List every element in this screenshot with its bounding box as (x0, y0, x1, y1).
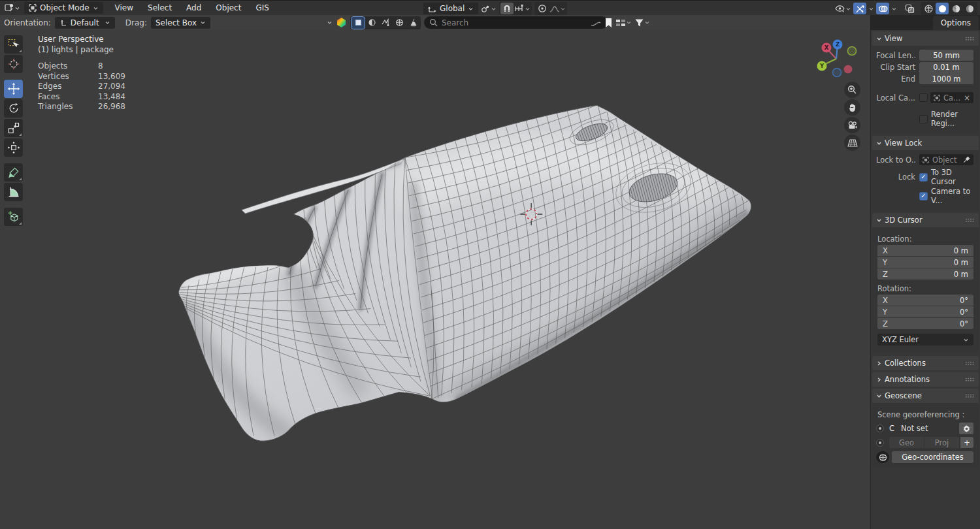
panel-grip[interactable] (965, 377, 975, 381)
eyedropper-icon[interactable] (963, 156, 970, 163)
navigation-gizmo[interactable]: X Z Y (812, 37, 862, 82)
section-collections-header[interactable]: Collections (872, 356, 979, 370)
tool-move[interactable] (4, 80, 23, 98)
cursor-loc-y-field[interactable]: Y0 m (877, 257, 973, 268)
object-type-visibility-button[interactable] (834, 3, 851, 14)
render-region-checkbox[interactable] (919, 115, 928, 123)
focal-length-field[interactable]: 50 mm (919, 50, 973, 61)
cursor-rot-x-field[interactable]: X0° (877, 295, 973, 306)
menu-add[interactable]: Add (180, 1, 208, 15)
overlays-toggle-button[interactable] (876, 3, 889, 14)
spline-icon[interactable] (590, 18, 602, 27)
section-view-lock-header[interactable]: View Lock (872, 136, 979, 150)
section-3d-cursor-header[interactable]: 3D Cursor (872, 213, 979, 227)
mode-dropdown[interactable]: Object Mode (24, 2, 103, 14)
snap-target-button[interactable] (481, 3, 497, 14)
bookmark-icon[interactable] (604, 18, 613, 28)
geo-coordinates-button[interactable]: Geo-coordinates (892, 451, 973, 463)
camera-to-view-checkbox[interactable]: ✓ (919, 192, 928, 200)
panel-grip[interactable] (965, 218, 975, 222)
shading-material-button[interactable] (949, 3, 962, 14)
orientation-default-dropdown[interactable]: Default (55, 17, 115, 29)
chevron-down-icon (963, 337, 969, 343)
snap-with-button[interactable] (514, 3, 531, 14)
tool-transform[interactable] (4, 138, 23, 157)
options-tab[interactable]: Options (933, 16, 979, 30)
tool-annotate[interactable] (4, 163, 23, 182)
chevron-down-icon[interactable] (327, 20, 333, 25)
section-view-header[interactable]: View (872, 31, 979, 46)
local-camera-field[interactable]: Ca... × (930, 92, 973, 103)
globe-tool-button[interactable] (393, 17, 406, 29)
clip-end-field[interactable]: 1000 m (919, 73, 973, 84)
clip-start-field[interactable]: 0.01 m (919, 62, 973, 73)
gizmo-axis-z-neg[interactable] (833, 69, 841, 77)
add-crs-button[interactable]: + (960, 437, 973, 448)
select-mode-lasso-button[interactable] (379, 17, 392, 29)
camera-view-button[interactable] (844, 117, 860, 133)
drag-mode-dropdown[interactable]: Select Box (151, 17, 210, 29)
crs-radio[interactable] (876, 425, 884, 432)
section-annotations-header[interactable]: Annotations (872, 372, 979, 387)
menu-object[interactable]: Object (209, 1, 248, 15)
search-field[interactable] (424, 16, 608, 29)
chevron-down-icon[interactable] (868, 6, 874, 12)
select-mode-circle-button[interactable] (365, 17, 378, 29)
tool-rotate[interactable] (4, 99, 23, 118)
viewport-overlay-text: User Perspective (1) lights | package Ob… (38, 35, 125, 112)
tool-cursor[interactable] (4, 55, 23, 73)
proj-radio[interactable] (876, 439, 884, 447)
cursor-rot-y-field[interactable]: Y0° (877, 306, 973, 317)
snap-toggle-button[interactable] (500, 3, 514, 14)
tool-scale[interactable] (4, 119, 23, 137)
pan-button[interactable] (844, 99, 860, 116)
select-mode-box-button[interactable] (351, 17, 365, 29)
xray-toggle-button[interactable] (903, 3, 916, 14)
menu-gis[interactable]: GIS (249, 1, 275, 15)
cursor-rot-z-field[interactable]: Z0° (877, 318, 973, 329)
xray-icon (905, 4, 915, 14)
transform-orientation-dropdown[interactable]: Global (423, 3, 478, 14)
chevron-down-icon[interactable] (891, 6, 897, 12)
clean-tool-button[interactable] (406, 17, 419, 29)
tool-measure[interactable] (4, 183, 23, 201)
local-camera-checkbox[interactable] (919, 93, 928, 102)
globe-icon (879, 453, 887, 462)
falloff-dropdown[interactable] (549, 3, 566, 14)
shading-rendered-button[interactable] (963, 3, 976, 14)
filter-button[interactable] (634, 17, 650, 29)
display-mode-button[interactable] (615, 17, 632, 29)
zoom-button[interactable] (844, 82, 860, 98)
gizmo-axis-y-neg[interactable] (848, 47, 857, 56)
section-geoscene-header[interactable]: Geoscene (872, 389, 979, 403)
3d-viewport-canvas[interactable] (0, 30, 870, 529)
menu-view[interactable]: View (108, 1, 140, 15)
perspective-toggle-button[interactable] (844, 135, 860, 151)
geo-button[interactable]: Geo (889, 437, 924, 448)
panel-grip[interactable] (965, 361, 975, 365)
proportional-editing-button[interactable] (536, 3, 549, 14)
tool-add-cube[interactable] (4, 208, 23, 226)
shading-wireframe-button[interactable] (922, 3, 935, 14)
gizmo-axis-x-neg[interactable] (844, 65, 853, 74)
close-icon[interactable]: × (964, 93, 970, 103)
panel-grip[interactable] (965, 37, 975, 40)
panel-grip[interactable] (965, 394, 975, 398)
crs-settings-button[interactable] (959, 423, 973, 434)
cursor-loc-z-field[interactable]: Z0 m (877, 268, 973, 280)
proj-button[interactable]: Proj (924, 437, 959, 448)
shading-solid-button[interactable] (936, 3, 949, 14)
lock-3d-cursor-checkbox[interactable]: ✓ (919, 173, 928, 182)
menu-select[interactable]: Select (141, 1, 178, 15)
euler-order-dropdown[interactable]: XYZ Euler (877, 334, 973, 345)
cursor-loc-x-field[interactable]: X0 m (877, 245, 973, 256)
lock-object-field[interactable]: Object (919, 154, 973, 165)
tool-select-box[interactable] (4, 35, 23, 54)
gizmos-toggle-button[interactable] (853, 3, 866, 14)
annotate-pen-icon (7, 166, 20, 179)
geo-globe-button[interactable] (876, 451, 889, 463)
material-hexagon-icon[interactable] (336, 17, 347, 28)
editor-type-button[interactable] (4, 2, 20, 14)
context-path: (1) lights | package (38, 45, 125, 56)
search-input[interactable] (442, 18, 603, 27)
